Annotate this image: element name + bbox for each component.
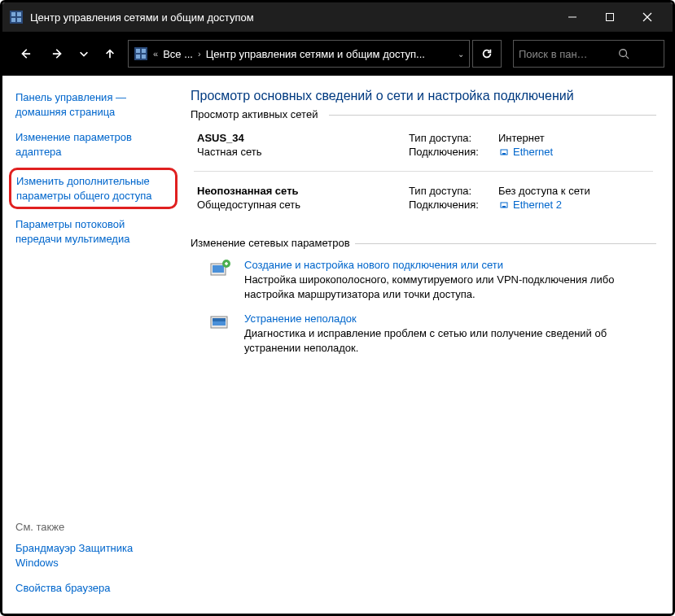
window-controls [554, 2, 666, 32]
connections-label: Подключения: [409, 146, 498, 158]
change-settings-label: Изменение сетевых параметров [191, 237, 355, 249]
connection-link[interactable]: Ethernet [498, 146, 553, 158]
task-troubleshoot: Устранение неполадок Диагностика и испра… [208, 312, 653, 355]
divider [194, 171, 653, 172]
svg-rect-25 [213, 318, 226, 321]
titlebar: Центр управления сетями и общим доступом [2, 2, 673, 32]
network-name: Неопознанная сеть [197, 185, 409, 197]
search-input[interactable]: Поиск в панели упра... [513, 40, 664, 68]
close-button[interactable] [629, 2, 666, 32]
access-type-value: Без доступа к сети [498, 185, 590, 197]
change-settings-fieldset: Изменение сетевых параметров Создание и … [191, 243, 656, 371]
window-frame: Центр управления сетями и общим доступом [0, 0, 675, 616]
address-icon [134, 46, 148, 61]
breadcrumb-current[interactable]: Центр управления сетями и общим доступ..… [206, 48, 425, 60]
svg-rect-21 [213, 265, 224, 273]
svg-rect-10 [136, 49, 140, 53]
sidebar-advanced-sharing-link[interactable]: Изменить дополнительные параметры общего… [9, 168, 178, 209]
navbar: « Все ... › Центр управления сетями и об… [2, 32, 673, 76]
svg-rect-17 [502, 153, 506, 155]
search-icon[interactable] [589, 48, 659, 59]
network-row: Неопознанная сеть Общедоступная сеть Тип… [194, 180, 653, 217]
sidebar: Панель управления — домашняя страница Из… [2, 76, 186, 614]
svg-rect-1 [11, 12, 15, 16]
network-type: Общедоступная сеть [197, 199, 409, 211]
connection-link[interactable]: Ethernet 2 [498, 199, 562, 211]
svg-rect-13 [142, 55, 146, 59]
content-area: Панель управления — домашняя страница Из… [2, 76, 673, 614]
access-type-label: Тип доступа: [409, 132, 498, 144]
refresh-button[interactable] [472, 40, 502, 68]
window-title: Центр управления сетями и общим доступом [30, 11, 254, 24]
ethernet-icon [498, 146, 510, 158]
task-new-connection-desc: Настройка широкополосного, коммутируемог… [244, 273, 653, 301]
task-new-connection-title[interactable]: Создание и настройка нового подключения … [244, 259, 653, 271]
network-type: Частная сеть [197, 146, 409, 158]
active-networks-label: Просмотр активных сетей [191, 108, 322, 120]
svg-rect-19 [502, 206, 506, 208]
minimize-button[interactable] [554, 2, 591, 32]
troubleshoot-icon [208, 312, 233, 334]
address-bar[interactable]: « Все ... › Центр управления сетями и об… [128, 40, 470, 68]
svg-rect-11 [142, 49, 146, 53]
main-panel: Просмотр основных сведений о сети и наст… [186, 76, 673, 614]
sidebar-see-also-heading: См. также [15, 521, 173, 533]
svg-rect-12 [136, 55, 140, 59]
chevron-left-icon: « [153, 49, 158, 59]
chevron-right-icon: › [198, 49, 201, 59]
svg-rect-2 [17, 12, 21, 16]
back-button[interactable] [11, 39, 40, 68]
sidebar-streaming-link[interactable]: Параметры потоковой передачи мультимедиа [15, 217, 173, 246]
recent-dropdown[interactable] [76, 39, 92, 68]
network-row: ASUS_34 Частная сеть Тип доступа: Интерн… [194, 127, 653, 164]
app-icon [9, 10, 24, 24]
access-type-value: Интернет [498, 132, 545, 144]
page-title: Просмотр основных сведений о сети и наст… [191, 89, 656, 103]
active-networks-fieldset: Просмотр активных сетей ASUS_34 Частная … [191, 115, 656, 229]
forward-button[interactable] [43, 39, 72, 68]
sidebar-browser-link[interactable]: Свойства браузера [15, 581, 173, 596]
breadcrumb-root[interactable]: Все ... [163, 48, 193, 60]
svg-rect-4 [17, 18, 21, 22]
svg-rect-6 [607, 14, 614, 21]
sidebar-firewall-link[interactable]: Брандмауэр Защитника Windows [15, 541, 173, 570]
search-placeholder: Поиск в панели упра... [519, 48, 589, 60]
access-type-label: Тип доступа: [409, 185, 498, 197]
network-name: ASUS_34 [197, 132, 409, 144]
task-troubleshoot-title[interactable]: Устранение неполадок [244, 312, 653, 325]
svg-point-14 [620, 50, 627, 57]
maximize-button[interactable] [591, 2, 629, 32]
new-connection-icon [208, 259, 233, 280]
svg-line-15 [626, 56, 629, 59]
task-new-connection: Создание и настройка нового подключения … [208, 259, 653, 301]
connections-label: Подключения: [409, 199, 498, 211]
svg-rect-3 [11, 18, 15, 22]
up-button[interactable] [95, 39, 125, 68]
sidebar-home-link[interactable]: Панель управления — домашняя страница [15, 90, 173, 119]
sidebar-adapter-link[interactable]: Изменение параметров адаптера [15, 130, 173, 159]
chevron-down-icon[interactable]: ⌄ [458, 50, 464, 59]
ethernet-icon [498, 199, 510, 211]
task-troubleshoot-desc: Диагностика и исправление проблем с сеть… [244, 326, 653, 355]
